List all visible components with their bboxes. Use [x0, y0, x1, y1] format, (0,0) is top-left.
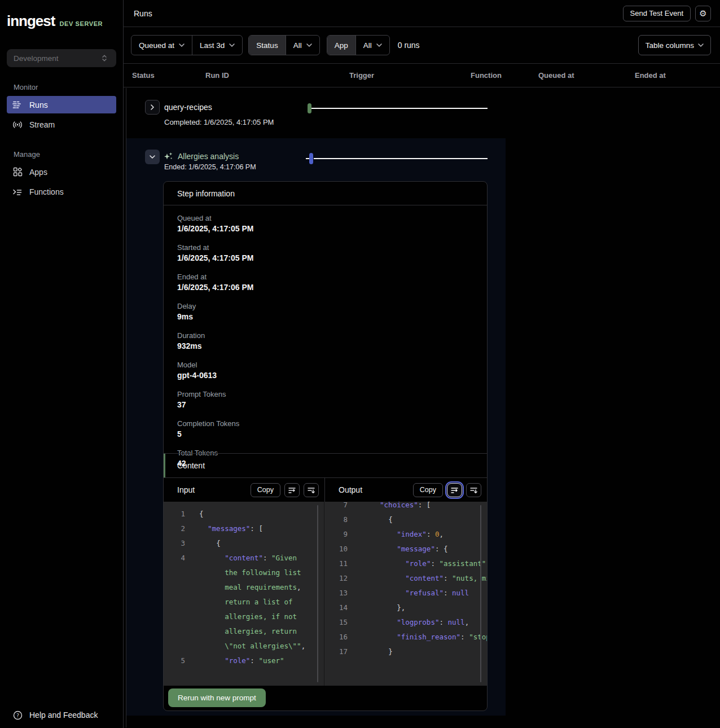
time-field-dropdown[interactable]: Queued at: [131, 36, 192, 55]
chevron-down-icon: [229, 43, 235, 47]
timeline-bar: [314, 158, 488, 159]
sidebar-item-label: Stream: [29, 120, 55, 129]
input-pane-header: Input Copy: [164, 478, 324, 502]
chevron-down-icon: [179, 43, 185, 47]
gear-icon: ⚙: [699, 8, 706, 19]
app-filter-group: App All: [327, 35, 390, 55]
expand-row-button[interactable]: [145, 100, 160, 115]
time-range-dropdown[interactable]: Last 3d: [192, 36, 242, 55]
column-header-ended-at: Ended at: [635, 71, 666, 80]
status-filter-value: All: [293, 41, 302, 50]
timeline-bar: [311, 108, 488, 109]
chevron-right-icon: [151, 104, 154, 110]
chevron-down-icon: [306, 43, 312, 47]
column-header-status: Status: [132, 71, 155, 80]
input-code-editor[interactable]: 1{2 "messages": [3 {4 "content": "Given …: [164, 502, 324, 686]
code-panes: 1{2 "messages": [3 {4 "content": "Given …: [164, 502, 487, 686]
step-information-header: Step information: [164, 182, 487, 205]
runs-table-body: query-recipes Completed: 1/6/2025, 4:17:…: [124, 87, 720, 727]
run-status-line: Ended: 1/6/2025, 4:17:06 PM: [164, 163, 256, 171]
collapse-row-button[interactable]: [145, 150, 160, 164]
field-ended-at: Ended at1/6/2025, 4:17:06 PM: [177, 273, 473, 292]
workspace-select-value: Development: [14, 54, 59, 63]
field-duration: Duration932ms: [177, 331, 473, 350]
app-root: inngest DEV SERVER Development Monitor R…: [0, 0, 720, 728]
time-range-value: Last 3d: [200, 41, 225, 50]
output-code-editor[interactable]: 7 "choices": [8 {9 "index": 0,10 "messag…: [324, 502, 487, 686]
scroll-bottom-icon: [307, 486, 315, 494]
app-filter-value: All: [363, 41, 372, 50]
copy-output-button[interactable]: Copy: [413, 483, 443, 497]
word-wrap-button[interactable]: [284, 483, 300, 497]
timeline-marker: [309, 153, 313, 164]
timeline-marker: [308, 103, 311, 113]
rerun-with-new-prompt-button[interactable]: Rerun with new prompt: [168, 688, 266, 707]
run-name[interactable]: Allergies analysis: [178, 152, 239, 161]
output-pane-header: Output Copy: [324, 478, 487, 502]
sidebar-item-label: Apps: [29, 168, 47, 177]
app-filter-label: App: [327, 36, 355, 55]
step-info-fields: Queued at1/6/2025, 4:17:05 PM Started at…: [164, 205, 487, 453]
logo-row: inngest DEV SERVER: [0, 0, 123, 30]
field-started-at: Started at1/6/2025, 4:17:05 PM: [177, 243, 473, 262]
chevron-updown-icon: [99, 53, 109, 63]
ai-sparkle-icon: [164, 152, 173, 161]
table-row: query-recipes Completed: 1/6/2025, 4:17:…: [124, 87, 720, 138]
status-filter-dropdown[interactable]: All: [286, 36, 319, 55]
page-title: Runs: [134, 9, 152, 18]
broadcast-icon: [12, 120, 23, 130]
input-label: Input: [177, 485, 195, 494]
time-field-value: Queued at: [139, 41, 174, 50]
content-header: Content: [164, 453, 487, 478]
help-label: Help and Feedback: [29, 711, 98, 720]
functions-icon: [12, 187, 23, 197]
field-completion-tokens: Completion Tokens5: [177, 419, 473, 438]
column-header-queued-at: Queued at: [538, 71, 574, 80]
send-test-event-button[interactable]: Send Test Event: [623, 6, 691, 21]
field-model: Modelgpt-4-0613: [177, 361, 473, 380]
sidebar-item-apps[interactable]: Apps: [7, 163, 116, 181]
sidebar: inngest DEV SERVER Development Monitor R…: [0, 0, 124, 728]
table-header: Status Run ID Trigger Function Queued at…: [124, 63, 720, 87]
scroll-bottom-button[interactable]: [304, 483, 319, 497]
chevron-down-icon: [376, 43, 382, 47]
time-filter-group: Queued at Last 3d: [131, 35, 243, 55]
apps-grid-icon: [12, 167, 23, 177]
sidebar-item-label: Runs: [29, 100, 48, 109]
column-header-run-id: Run ID: [205, 71, 229, 80]
workspace-select[interactable]: Development: [7, 49, 116, 67]
table-columns-label: Table columns: [646, 41, 694, 50]
step-details-card: Step information Queued at1/6/2025, 4:17…: [163, 181, 488, 711]
sidebar-item-stream[interactable]: Stream: [7, 116, 116, 133]
table-row-expanded: Allergies analysis Ended: 1/6/2025, 4:17…: [126, 138, 506, 716]
field-queued-at: Queued at1/6/2025, 4:17:05 PM: [177, 214, 473, 233]
chevron-down-icon: [698, 43, 704, 47]
table-columns-button[interactable]: Table columns: [638, 35, 711, 55]
filter-bar: Queued at Last 3d Status All App All: [124, 27, 720, 63]
main-content: Runs Send Test Event ⚙ Queued at Last 3d…: [124, 0, 720, 728]
app-filter-dropdown[interactable]: All: [355, 36, 389, 55]
word-wrap-icon: [450, 486, 459, 494]
help-and-feedback[interactable]: ? Help and Feedback: [0, 710, 104, 720]
chevron-down-icon: [150, 155, 155, 159]
sidebar-item-label: Functions: [29, 187, 64, 196]
inngest-logo: inngest: [7, 12, 55, 30]
io-header: Input Copy: [164, 478, 487, 502]
field-prompt-tokens: Prompt Tokens37: [177, 390, 473, 409]
sidebar-section-monitor: Monitor: [14, 83, 123, 91]
run-name[interactable]: query-recipes: [164, 103, 212, 112]
copy-input-button[interactable]: Copy: [251, 483, 280, 497]
word-wrap-button-active[interactable]: [447, 483, 462, 497]
topbar: Runs Send Test Event ⚙: [124, 0, 720, 27]
run-status-line: Completed: 1/6/2025, 4:17:05 PM: [164, 118, 274, 126]
sidebar-item-functions[interactable]: Functions: [7, 183, 116, 200]
column-header-trigger: Trigger: [349, 71, 374, 80]
status-filter-group: Status All: [248, 35, 319, 55]
runs-count: 0 runs: [398, 41, 420, 50]
settings-button[interactable]: ⚙: [695, 6, 711, 21]
output-label: Output: [339, 485, 362, 494]
scroll-bottom-button[interactable]: [466, 483, 481, 497]
sidebar-item-runs[interactable]: Runs: [7, 96, 116, 113]
column-header-function: Function: [471, 71, 502, 80]
scroll-bottom-icon: [469, 486, 478, 494]
